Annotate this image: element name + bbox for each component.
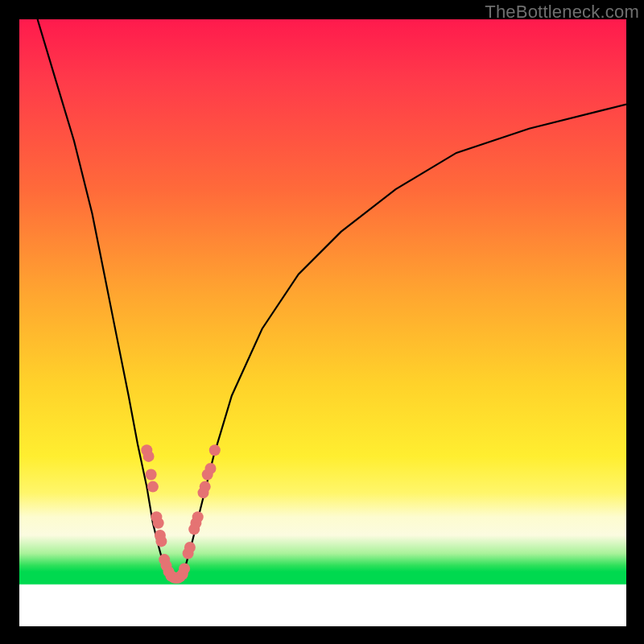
- plot-area: [19, 19, 626, 626]
- data-point: [155, 535, 167, 547]
- data-point: [200, 481, 211, 493]
- chart-container: TheBottleneck.com: [0, 0, 644, 644]
- curve-left: [38, 19, 175, 578]
- data-points: [141, 444, 220, 583]
- data-point: [153, 518, 164, 529]
- data-point: [205, 463, 217, 474]
- curve-right: [177, 105, 626, 578]
- data-point: [146, 469, 157, 481]
- data-point: [184, 542, 196, 553]
- data-point: [147, 481, 159, 493]
- data-point: [209, 444, 221, 456]
- data-point: [143, 451, 155, 462]
- chart-svg: [19, 19, 626, 626]
- data-point: [179, 563, 190, 574]
- data-point: [192, 511, 204, 522]
- watermark-text: TheBottleneck.com: [485, 2, 639, 23]
